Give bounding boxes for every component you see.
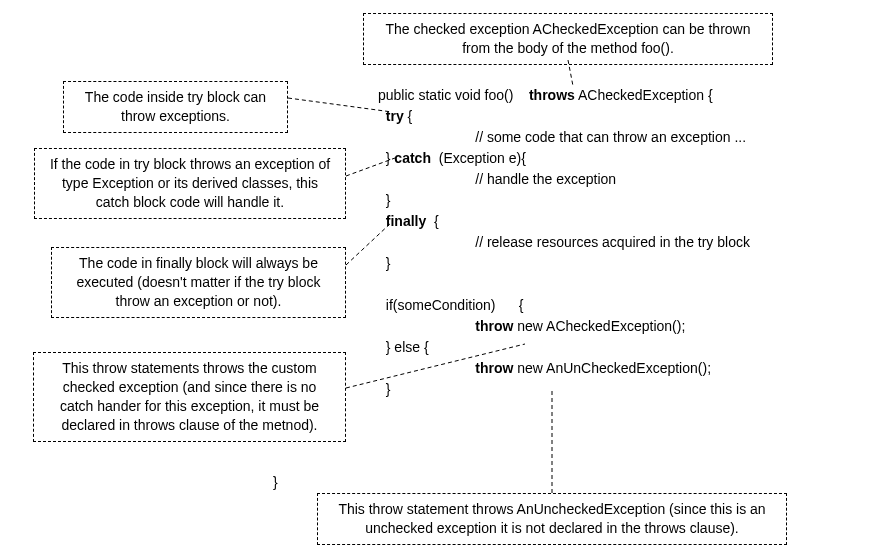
code-block: public static void foo() throws AChecked… [378, 85, 750, 400]
callout-finally: The code in finally block will always be… [51, 247, 346, 318]
code-line-1: public static void foo() throws AChecked… [378, 87, 713, 103]
callout-text: The code in finally block will always be… [77, 255, 321, 309]
code-line-7: finally { [378, 213, 439, 229]
callout-text: The code inside try block can throw exce… [85, 89, 266, 124]
code-line-11: if(someCondition) { [378, 297, 524, 313]
code-line-8: // release resources acquired in the try… [378, 234, 750, 250]
svg-line-1 [288, 98, 392, 112]
code-line-4: } catch (Exception e){ [378, 150, 526, 166]
code-line-2: try { [378, 108, 412, 124]
callout-throws-decl: The checked exception ACheckedException … [363, 13, 773, 65]
code-line-5: // handle the exception [378, 171, 616, 187]
code-close-brace: } [273, 451, 278, 493]
callout-throw-checked: This throw statements throws the custom … [33, 352, 346, 442]
code-line-6: } [378, 192, 390, 208]
callout-text: This throw statements throws the custom … [60, 360, 319, 433]
code-line-13: } else { [378, 339, 429, 355]
callout-throw-unchecked: This throw statement throws AnUncheckedE… [317, 493, 787, 545]
code-line-12: throw new ACheckedException(); [378, 318, 685, 334]
code-line-15: } [378, 381, 390, 397]
callout-text: The checked exception ACheckedException … [385, 21, 750, 56]
callout-catch: If the code in try block throws an excep… [34, 148, 346, 219]
code-line-3: // some code that can throw an exception… [378, 129, 746, 145]
callout-try: The code inside try block can throw exce… [63, 81, 288, 133]
callout-text: This throw statement throws AnUncheckedE… [338, 501, 765, 536]
code-line-14: throw new AnUnCheckedException(); [378, 360, 711, 376]
code-line-9: } [378, 255, 390, 271]
callout-text: If the code in try block throws an excep… [50, 156, 330, 210]
